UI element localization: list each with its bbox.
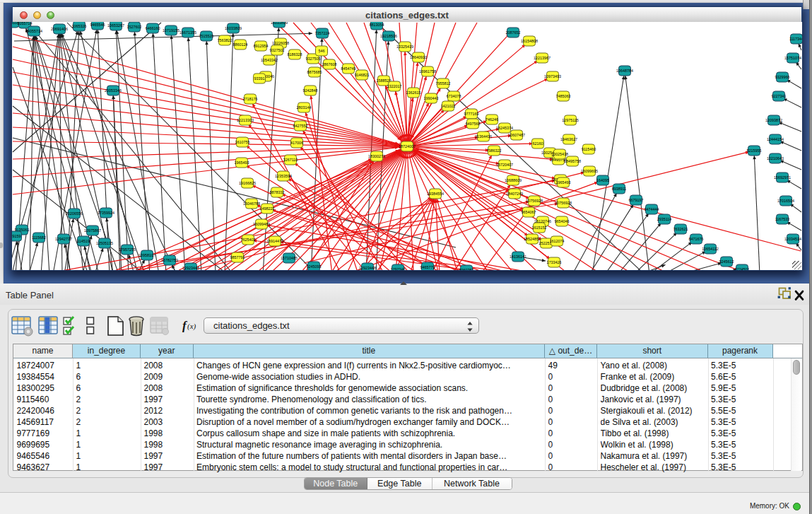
svg-text:1498222: 1498222 bbox=[260, 206, 275, 211]
svg-text:10648784: 10648784 bbox=[616, 69, 633, 73]
svg-text:7955812: 7955812 bbox=[436, 81, 451, 86]
svg-text:(x): (x) bbox=[187, 322, 196, 331]
svg-text:8454749: 8454749 bbox=[341, 66, 356, 71]
svg-text:7986322: 7986322 bbox=[487, 148, 502, 153]
svg-text:9146821: 9146821 bbox=[355, 73, 370, 77]
svg-text:16033809: 16033809 bbox=[271, 22, 288, 25]
svg-text:15720407: 15720407 bbox=[496, 163, 513, 167]
svg-text:16671355: 16671355 bbox=[180, 30, 196, 35]
svg-text:1527602: 1527602 bbox=[127, 25, 142, 29]
svg-text:17957255: 17957255 bbox=[119, 247, 136, 252]
svg-text:9327505: 9327505 bbox=[306, 57, 321, 61]
svg-text:15710485: 15710485 bbox=[281, 256, 298, 260]
svg-text:8875685: 8875685 bbox=[307, 70, 322, 74]
svg-text:12923448: 12923448 bbox=[182, 266, 199, 270]
svg-text:114519: 114519 bbox=[77, 239, 90, 243]
svg-text:2867608: 2867608 bbox=[322, 62, 337, 66]
svg-text:8912954: 8912954 bbox=[254, 44, 269, 48]
svg-text:16099695: 16099695 bbox=[581, 169, 598, 173]
svg-text:9227341: 9227341 bbox=[772, 94, 787, 98]
svg-text:14055714: 14055714 bbox=[25, 29, 42, 33]
svg-text:10210643: 10210643 bbox=[767, 156, 784, 160]
svg-text:12975115: 12975115 bbox=[562, 118, 579, 122]
svg-text:9857791: 9857791 bbox=[230, 255, 245, 259]
svg-text:10958107: 10958107 bbox=[139, 253, 155, 257]
svg-text:6497568: 6497568 bbox=[466, 122, 481, 126]
svg-text:1615152: 1615152 bbox=[532, 226, 547, 230]
svg-text:1965493: 1965493 bbox=[556, 180, 571, 185]
svg-text:9327502: 9327502 bbox=[270, 48, 285, 52]
svg-text:9115460: 9115460 bbox=[582, 147, 596, 151]
svg-text:1322017: 1322017 bbox=[387, 84, 402, 88]
svg-text:9245093: 9245093 bbox=[307, 264, 322, 269]
svg-text:12213303: 12213303 bbox=[237, 118, 254, 122]
svg-text:6466160: 6466160 bbox=[146, 26, 160, 30]
svg-text:2087652: 2087652 bbox=[506, 30, 521, 35]
svg-text:20691406: 20691406 bbox=[51, 27, 68, 31]
svg-text:9465546: 9465546 bbox=[90, 23, 105, 27]
svg-text:9329966: 9329966 bbox=[775, 75, 790, 79]
svg-text:1610755: 1610755 bbox=[235, 140, 250, 144]
svg-text:16914479: 16914479 bbox=[266, 239, 283, 243]
svg-text:12353594: 12353594 bbox=[275, 174, 292, 178]
svg-text:1733426: 1733426 bbox=[547, 260, 562, 264]
svg-text:12034514: 12034514 bbox=[784, 237, 801, 241]
svg-text:39159: 39159 bbox=[12, 234, 21, 238]
svg-text:12093872: 12093872 bbox=[765, 118, 782, 122]
svg-text:19463627: 19463627 bbox=[560, 137, 577, 141]
svg-text:10688609: 10688609 bbox=[505, 178, 522, 182]
svg-text:1421022: 1421022 bbox=[441, 104, 456, 108]
svg-text:8878332: 8878332 bbox=[270, 190, 285, 194]
svg-text:9245612: 9245612 bbox=[719, 259, 734, 264]
svg-text:8860124: 8860124 bbox=[233, 42, 248, 47]
svg-text:16154808: 16154808 bbox=[521, 39, 538, 43]
svg-text:17016504: 17016504 bbox=[777, 199, 794, 203]
svg-text:14136141: 14136141 bbox=[510, 255, 526, 259]
svg-text:7625402: 7625402 bbox=[241, 238, 256, 242]
svg-text:16046788: 16046788 bbox=[243, 201, 260, 206]
svg-text:18407249: 18407249 bbox=[506, 192, 523, 196]
svg-text:7357224: 7357224 bbox=[315, 31, 330, 35]
svg-text:10975867: 10975867 bbox=[84, 228, 101, 233]
svg-text:16245374: 16245374 bbox=[496, 126, 513, 130]
svg-text:9777169: 9777169 bbox=[464, 112, 479, 116]
svg-text:20053346: 20053346 bbox=[105, 88, 122, 93]
svg-text:18495758: 18495758 bbox=[564, 159, 581, 163]
svg-text:8938911: 8938911 bbox=[612, 187, 627, 191]
svg-text:10719155: 10719155 bbox=[163, 28, 180, 33]
svg-text:18640910: 18640910 bbox=[410, 55, 427, 59]
svg-text:16961758: 16961758 bbox=[419, 69, 436, 74]
svg-text:10654112: 10654112 bbox=[702, 247, 719, 251]
svg-text:1292346: 1292346 bbox=[391, 267, 406, 270]
svg-text:18300273: 18300273 bbox=[368, 154, 385, 158]
svg-text:10756928: 10756928 bbox=[526, 199, 543, 203]
svg-text:1362615: 1362615 bbox=[406, 90, 421, 95]
svg-text:1990443: 1990443 bbox=[424, 96, 439, 100]
svg-text:7632621: 7632621 bbox=[673, 227, 688, 231]
svg-text:10973493: 10973493 bbox=[544, 74, 561, 78]
svg-text:7563822: 7563822 bbox=[218, 38, 233, 42]
svg-text:9242848: 9242848 bbox=[303, 88, 318, 93]
svg-text:1965493: 1965493 bbox=[235, 160, 249, 165]
svg-text:546: 546 bbox=[319, 49, 325, 53]
svg-text:1065326: 1065326 bbox=[72, 24, 87, 28]
svg-text:10607487: 10607487 bbox=[508, 133, 525, 137]
svg-text:9654067: 9654067 bbox=[522, 210, 536, 214]
svg-text:19166825: 19166825 bbox=[239, 181, 256, 185]
svg-text:19384554: 19384554 bbox=[427, 192, 444, 196]
svg-text:7485063: 7485063 bbox=[556, 94, 571, 98]
svg-text:13226058: 13226058 bbox=[272, 41, 289, 45]
svg-text:2935114: 2935114 bbox=[657, 217, 672, 221]
svg-text:16099489: 16099489 bbox=[253, 222, 270, 226]
svg-text:2803144: 2803144 bbox=[297, 105, 312, 110]
svg-text:7515526: 7515526 bbox=[199, 34, 214, 38]
svg-text:12505135: 12505135 bbox=[96, 241, 113, 245]
svg-text:12444154: 12444154 bbox=[767, 137, 784, 141]
svg-text:1115682: 1115682 bbox=[32, 235, 46, 240]
svg-text:3267110: 3267110 bbox=[283, 158, 298, 162]
svg-text:8186328: 8186328 bbox=[288, 52, 302, 57]
svg-text:2718176: 2718176 bbox=[243, 97, 258, 101]
svg-text:10756928: 10756928 bbox=[555, 201, 572, 205]
svg-text:15751074: 15751074 bbox=[784, 56, 801, 60]
svg-text:6734078: 6734078 bbox=[447, 94, 461, 98]
